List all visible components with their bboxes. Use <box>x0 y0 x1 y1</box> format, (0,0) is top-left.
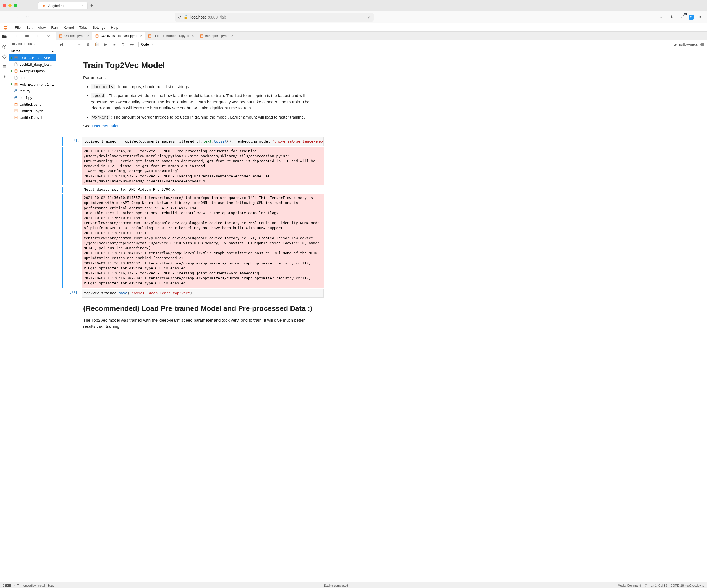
file-row[interactable]: test.py <box>9 88 56 94</box>
restart-run-all-button[interactable]: ▸▸ <box>130 42 135 47</box>
file-row[interactable]: Untitled.ipynb <box>9 101 56 107</box>
window-close-button[interactable] <box>3 4 6 7</box>
file-row[interactable]: Hub-Experiment-1.i… <box>9 81 56 88</box>
nav-back-button[interactable]: ← <box>3 13 10 21</box>
column-header[interactable]: Name ▴ <box>9 48 56 55</box>
window-zoom-button[interactable] <box>14 4 17 7</box>
status-filename[interactable]: CORD-19_top2vec.ipynb <box>671 584 704 587</box>
doc-tab[interactable]: CORD-19_top2vec.ipynb× <box>92 32 145 40</box>
markdown-cell[interactable]: (Recommended) Load Pre-trained Model and… <box>62 299 324 336</box>
menu-settings[interactable]: Settings <box>90 24 108 31</box>
file-row[interactable]: Untitled1.ipynb <box>9 107 56 114</box>
file-row[interactable]: foo <box>9 74 56 81</box>
interrupt-button[interactable]: ■ <box>112 42 117 47</box>
trusted-icon[interactable]: 🛡 <box>644 584 647 587</box>
menu-help[interactable]: Help <box>108 24 121 31</box>
nb-file-icon <box>14 102 18 106</box>
nav-forward-button[interactable]: → <box>13 13 21 21</box>
insert-cell-button[interactable]: + <box>68 42 73 47</box>
close-tab-button[interactable]: × <box>140 34 142 38</box>
kernel-name: tensorflow-metal <box>674 42 698 46</box>
file-name-label: test.py <box>20 89 30 93</box>
new-folder-button[interactable] <box>24 33 30 39</box>
menu-tabs[interactable]: Tabs <box>76 24 90 31</box>
jupyter-favicon-icon: ⧗ <box>42 4 46 8</box>
running-dot-icon <box>11 77 12 78</box>
extensions-icon[interactable]: ✦ <box>2 74 7 79</box>
status-terminals[interactable]: 0 >_ <box>3 584 11 587</box>
running-kernels-icon[interactable] <box>2 44 7 49</box>
cut-button[interactable]: ✂ <box>76 42 81 47</box>
svg-rect-30 <box>96 36 98 36</box>
menu-run[interactable]: Run <box>48 24 61 31</box>
close-tab-button[interactable]: × <box>231 34 233 38</box>
svg-point-14 <box>15 90 16 90</box>
refresh-button[interactable]: ⟳ <box>46 33 52 39</box>
nb-file-icon <box>14 69 18 73</box>
nav-reload-button[interactable]: ⟳ <box>24 13 32 21</box>
upload-button[interactable]: ⬆ <box>35 33 41 39</box>
notebook-scroll[interactable]: Train Top2Vec Model Parameters: document… <box>56 49 707 582</box>
copy-button[interactable]: ⧉ <box>86 42 90 47</box>
extension-blocker-icon[interactable]: 🛡 <box>678 13 686 21</box>
file-row[interactable]: Untitled2.ipynb <box>9 114 56 121</box>
menu-edit[interactable]: Edit <box>24 24 35 31</box>
toc-icon[interactable]: ☰ <box>2 64 7 69</box>
new-tab-button[interactable]: + <box>90 3 93 8</box>
url-bar[interactable]: 🛡 🔒 localhost:8888/lab ☆ <box>175 13 374 22</box>
cell-type-select[interactable]: Code <box>138 42 155 47</box>
file-row[interactable]: example1.ipynb <box>9 68 56 74</box>
code-input[interactable]: top2vec_trained.save("covid19_deep_learn… <box>81 289 324 298</box>
code-cell[interactable]: [11]: top2vec_trained.save("covid19_deep… <box>62 289 324 298</box>
new-launcher-button[interactable]: + <box>13 33 19 39</box>
menu-view[interactable]: View <box>35 24 48 31</box>
markdown-cell[interactable]: Train Top2Vec Model Parameters: document… <box>62 55 324 136</box>
menu-kernel[interactable]: Kernel <box>61 24 76 31</box>
jupyter-logo-icon[interactable] <box>2 24 9 31</box>
notebook-icon <box>200 34 204 38</box>
extension-s-icon[interactable]: S <box>689 15 694 20</box>
status-kernel-text[interactable]: tensorflow-metal | Busy <box>23 584 54 587</box>
status-mode[interactable]: Mode: Command <box>618 584 641 587</box>
status-kernels[interactable]: 4 ⚙ <box>14 584 19 587</box>
output-prompt <box>65 194 81 287</box>
pocket-icon[interactable]: ⌄ <box>657 13 665 21</box>
menu-file[interactable]: File <box>12 24 24 31</box>
bookmark-star-icon[interactable]: ☆ <box>367 15 371 19</box>
svg-point-2 <box>7 25 7 26</box>
close-tab-button[interactable]: × <box>87 34 89 38</box>
file-name-label: CORD-19_top2vec.i… <box>20 56 54 60</box>
code-cell[interactable]: [*]: top2vec_trained = Top2Vec(documents… <box>62 137 324 146</box>
close-tab-button[interactable]: × <box>192 34 194 38</box>
browser-tab[interactable]: ⧗ JupyterLab × <box>38 2 88 9</box>
window-minimize-button[interactable] <box>8 4 11 7</box>
running-dot-icon <box>11 90 12 92</box>
status-cursor[interactable]: Ln 1, Col 39 <box>651 584 667 587</box>
paste-button[interactable]: 📋 <box>94 42 99 47</box>
code-input[interactable]: top2vec_trained = Top2Vec(documents=pape… <box>81 137 324 146</box>
md-list-item: workers : The amount of worker threads t… <box>91 114 318 120</box>
downloads-icon[interactable]: ⬇ <box>668 13 675 21</box>
file-row[interactable]: test1.py <box>9 94 56 101</box>
svg-rect-18 <box>15 104 17 104</box>
file-name-label: Untitled.ipynb <box>20 102 41 106</box>
doc-tab[interactable]: Hub-Experiment-1.ipynb× <box>145 32 197 40</box>
kernel-status[interactable]: tensorflow-metal <box>674 42 704 46</box>
run-button[interactable]: ▶ <box>103 42 108 47</box>
breadcrumb[interactable]: / notebooks / <box>9 40 56 48</box>
save-button[interactable] <box>59 42 64 47</box>
notebook-icon <box>148 34 152 38</box>
documentation-link[interactable]: Documentation <box>92 124 120 128</box>
close-tab-button[interactable]: × <box>81 4 83 8</box>
svg-rect-23 <box>15 116 17 117</box>
doc-tab[interactable]: Untitled.ipynb× <box>56 32 92 40</box>
hamburger-menu-icon[interactable]: ≡ <box>697 13 704 21</box>
lock-icon: 🔒 <box>183 15 188 19</box>
doc-tab[interactable]: example1.ipynb× <box>197 32 236 40</box>
git-icon[interactable] <box>2 54 7 60</box>
file-row[interactable]: covid19_deep_learn… <box>9 61 56 68</box>
md-code: documents <box>91 84 115 89</box>
file-row[interactable]: CORD-19_top2vec.i… <box>9 55 56 61</box>
restart-button[interactable]: ⟳ <box>121 42 126 47</box>
file-browser-icon[interactable] <box>2 34 7 39</box>
